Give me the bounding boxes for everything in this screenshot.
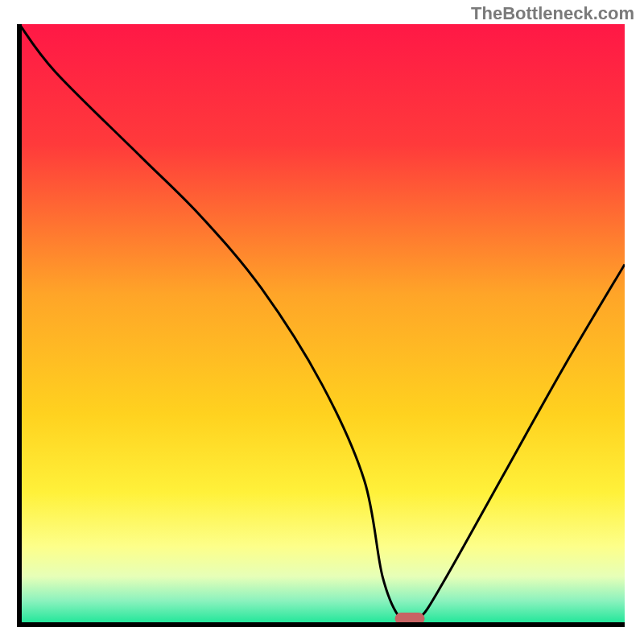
bottleneck-chart <box>0 0 644 644</box>
chart-container: TheBottleneck.com <box>0 0 644 644</box>
gradient-background <box>19 24 625 625</box>
watermark-text: TheBottleneck.com <box>471 3 634 24</box>
